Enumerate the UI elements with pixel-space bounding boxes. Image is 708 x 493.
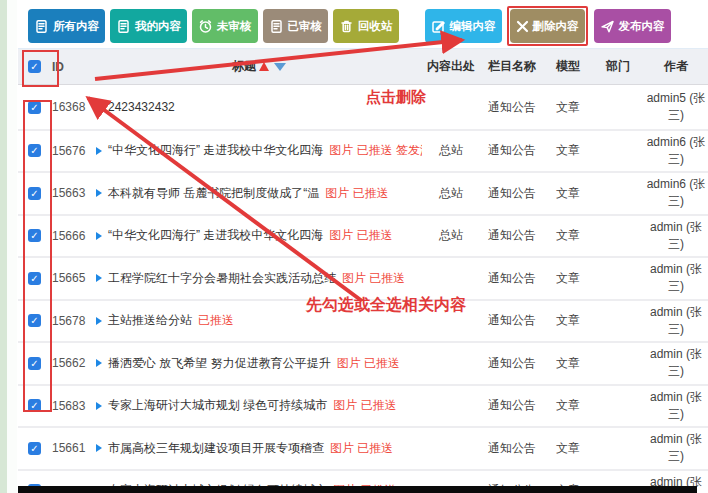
- row-checkbox[interactable]: ✓: [28, 272, 41, 285]
- table-row: ✓ 15662 播洒爱心 放飞希望 努力促进教育公平提升 图片 已推送 通知公告…: [18, 341, 708, 384]
- annotation-select-first: 先勾选或全选相关内容: [306, 295, 466, 316]
- row-status-tags[interactable]: 图片 已推送: [329, 227, 392, 244]
- header-author: 作者: [644, 58, 708, 75]
- row-id: 15661: [52, 441, 96, 455]
- row-model: 文章: [544, 440, 592, 457]
- row-author: admin6 (张三): [644, 176, 708, 210]
- expand-triangle-icon[interactable]: [96, 189, 102, 197]
- row-checkbox[interactable]: ✓: [28, 187, 41, 200]
- row-model: 文章: [544, 227, 592, 244]
- row-category: 通知公告: [480, 185, 544, 202]
- row-model: 文章: [544, 142, 592, 159]
- all-content-button[interactable]: 所有内容: [28, 9, 105, 43]
- expand-triangle-icon[interactable]: [96, 147, 102, 155]
- row-model: 文章: [544, 312, 592, 329]
- row-checkbox[interactable]: ✓: [28, 314, 41, 327]
- row-category: 通知公告: [480, 99, 544, 116]
- publish-content-button[interactable]: 发布内容: [594, 9, 671, 43]
- row-source: 总站: [422, 227, 480, 244]
- row-checkbox[interactable]: ✓: [28, 101, 41, 114]
- row-title-link[interactable]: “中华文化四海行” 走进我校中华文化四海: [108, 142, 323, 159]
- table-row: ✓ 15661 市属高校三年规划建设项目开展专项稽查 图片 已推送 通知公告 文…: [18, 426, 708, 469]
- row-status-tags[interactable]: 已推送: [198, 312, 234, 329]
- my-content-button[interactable]: 我的内容: [110, 9, 187, 43]
- row-author: admin (张三): [644, 261, 708, 295]
- row-status-tags[interactable]: 图片 已推送: [330, 440, 393, 457]
- annotation-click-delete: 点击删除: [366, 88, 426, 107]
- row-title-link[interactable]: 专家上海研讨大城市规划 绿色可持续城市: [108, 397, 327, 414]
- table-row: ✓ 15676 “中华文化四海行” 走进我校中华文化四海 图片 已推送 签发源 …: [18, 129, 708, 172]
- row-title-link[interactable]: 主站推送给分站: [108, 312, 192, 329]
- row-title-link[interactable]: “中华文化四海行” 走进我校中华文化四海: [108, 227, 323, 244]
- toolbar: 所有内容 我的内容 未审核 已审核 回收站 编辑内容 删除内容 发布内容: [28, 9, 676, 43]
- expand-triangle-icon[interactable]: [96, 444, 102, 452]
- row-checkbox[interactable]: ✓: [28, 357, 41, 370]
- unreviewed-button[interactable]: 未审核: [192, 9, 258, 43]
- table-row: ✓ 15666 “中华文化四海行” 走进我校中华文化四海 图片 已推送 总站 通…: [18, 214, 708, 257]
- row-checkbox[interactable]: ✓: [28, 442, 41, 455]
- send-icon: [600, 19, 615, 34]
- x-icon: [516, 20, 529, 33]
- row-author: admin (张三): [644, 304, 708, 338]
- row-title-link[interactable]: 市属高校三年规划建设项目开展专项稽查: [108, 440, 324, 457]
- row-title-link[interactable]: 工程学院红十字分会暑期社会实践活动总结: [108, 270, 336, 287]
- row-author: admin (张三): [644, 346, 708, 380]
- select-all-checkbox[interactable]: ✓: [28, 60, 41, 73]
- row-id: 15676: [52, 144, 96, 158]
- clock-icon: [198, 19, 213, 34]
- row-model: 文章: [544, 355, 592, 372]
- document-icon: [34, 19, 49, 34]
- row-status-tags[interactable]: 图片 已推送: [333, 397, 396, 414]
- expand-triangle-icon[interactable]: [96, 402, 102, 410]
- row-id: 15678: [52, 314, 96, 328]
- expand-triangle-icon[interactable]: [96, 103, 102, 111]
- header-title: 标题: [232, 58, 256, 75]
- reviewed-button[interactable]: 已审核: [263, 9, 329, 43]
- row-status-tags[interactable]: 图片 已推送 签发源: [329, 142, 422, 159]
- table-row: ✓ 16368 2423432432 通知公告 文章 admin5 (张三): [18, 86, 708, 129]
- edit-content-button[interactable]: 编辑内容: [425, 9, 502, 43]
- row-title-link[interactable]: 本科就有导师 岳麓书院把制度做成了“温: [108, 185, 319, 202]
- bottom-scrollbar[interactable]: [18, 486, 697, 493]
- expand-triangle-icon[interactable]: [96, 232, 102, 240]
- row-status-tags[interactable]: 图片 已推送: [325, 185, 388, 202]
- expand-triangle-icon[interactable]: [96, 274, 102, 282]
- row-model: 文章: [544, 99, 592, 116]
- edit-icon: [431, 19, 446, 34]
- row-title-link[interactable]: 2423432432: [108, 100, 175, 114]
- row-checkbox[interactable]: ✓: [28, 144, 41, 157]
- reviewed-label: 已审核: [288, 19, 323, 34]
- row-id: 16368: [52, 100, 96, 114]
- table-row: ✓ 15665 工程学院红十字分会暑期社会实践活动总结 图片 已推送 通知公告 …: [18, 256, 708, 299]
- recycle-bin-label: 回收站: [358, 19, 393, 34]
- row-category: 通知公告: [480, 142, 544, 159]
- sort-descending-icon[interactable]: [274, 63, 286, 71]
- row-checkbox[interactable]: ✓: [28, 229, 41, 242]
- header-id: ID: [52, 60, 96, 74]
- sort-ascending-icon[interactable]: [259, 62, 269, 71]
- delete-content-button[interactable]: 删除内容: [510, 9, 585, 43]
- delete-button-highlight-box: 删除内容: [507, 6, 588, 46]
- row-status-tags[interactable]: 图片 已推送: [337, 355, 400, 372]
- row-model: 文章: [544, 397, 592, 414]
- table-header-row: ✓ ID 标题 内容出处 栏目名称 模型 部门 作者: [18, 48, 708, 85]
- row-source: 总站: [422, 185, 480, 202]
- all-content-label: 所有内容: [53, 19, 99, 34]
- left-edge-strip: [0, 0, 7, 493]
- row-category: 通知公告: [480, 270, 544, 287]
- header-source: 内容出处: [422, 58, 480, 75]
- row-id: 15662: [52, 356, 96, 370]
- row-author: admin5 (张三): [644, 90, 708, 124]
- delete-content-label: 删除内容: [533, 19, 579, 34]
- header-category: 栏目名称: [480, 58, 544, 75]
- row-author: admin6 (张三): [644, 134, 708, 168]
- expand-triangle-icon[interactable]: [96, 317, 102, 325]
- expand-triangle-icon[interactable]: [96, 359, 102, 367]
- recycle-bin-button[interactable]: 回收站: [333, 9, 399, 43]
- row-checkbox[interactable]: ✓: [28, 399, 41, 412]
- row-status-tags[interactable]: 图片 已推送: [342, 270, 405, 287]
- row-id: 15683: [52, 399, 96, 413]
- row-title-link[interactable]: 播洒爱心 放飞希望 努力促进教育公平提升: [108, 355, 331, 372]
- document-icon: [116, 19, 131, 34]
- table-body: ✓ 16368 2423432432 通知公告 文章 admin5 (张三) ✓…: [18, 86, 708, 493]
